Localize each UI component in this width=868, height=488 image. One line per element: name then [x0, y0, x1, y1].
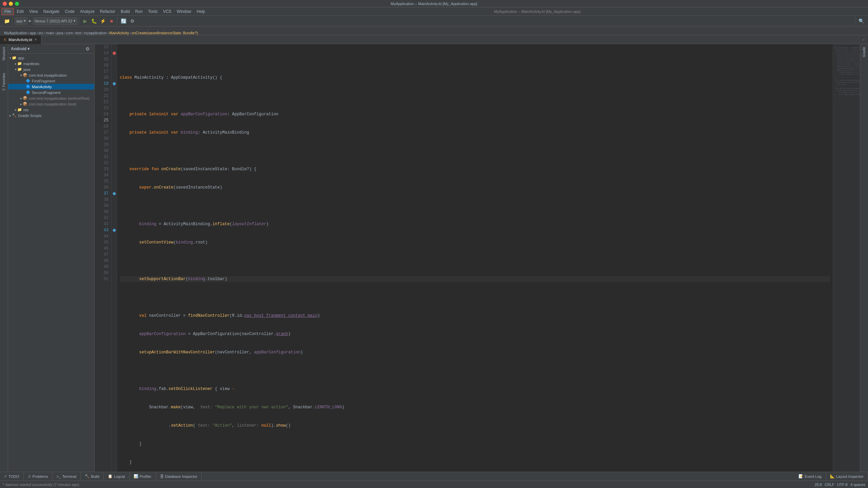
- toolbar-device-dropdown[interactable]: Nexus 7 (2012) API 22 ▾: [33, 17, 77, 25]
- search-btn[interactable]: 🔍: [857, 17, 865, 25]
- tab-database-inspector[interactable]: 🗄 Database Inspector: [156, 472, 202, 481]
- tree-item-java[interactable]: ▾ 📁 java: [8, 66, 94, 72]
- code-minimap[interactable]: class MainActivity : AppCompatActivity()…: [833, 44, 860, 472]
- breadcrumb-oncreate[interactable]: onCreate(savedInstanceState: Bundle?): [132, 31, 198, 35]
- debug-btn[interactable]: 🐛: [90, 17, 98, 25]
- daemon-message: * daemon started successfully (7 minutes…: [3, 483, 79, 487]
- menu-refactor[interactable]: Refactor: [97, 8, 118, 15]
- menu-code[interactable]: Code: [62, 8, 77, 15]
- menu-view[interactable]: View: [26, 8, 41, 15]
- indent-settings[interactable]: 4 spaces: [850, 483, 865, 487]
- tree-item-package-test[interactable]: ▸ 📦 com.test.myapplication (test): [8, 101, 94, 107]
- bookmark-19[interactable]: [112, 82, 116, 85]
- stop-btn[interactable]: ■: [107, 17, 116, 25]
- bookmark-37[interactable]: [112, 192, 116, 195]
- profiler-icon: 📊: [134, 474, 138, 479]
- breadcrumb-java[interactable]: java: [57, 31, 63, 35]
- menu-build[interactable]: Build: [118, 8, 133, 15]
- breakpoint-14[interactable]: [113, 52, 116, 55]
- menu-vcs[interactable]: VCS: [160, 8, 174, 15]
- tree-item-mainactivity[interactable]: 🔷 MainActivity: [8, 84, 94, 90]
- db-icon: 🗄: [160, 474, 164, 479]
- menu-file[interactable]: File: [1, 8, 14, 15]
- right-sidebar-icons: Gradle: [860, 44, 868, 472]
- breadcrumb-src[interactable]: src: [39, 31, 44, 35]
- breadcrumb-myapp[interactable]: MyApplication: [4, 31, 27, 35]
- breadcrumb-myapplication[interactable]: myapplication: [84, 31, 106, 35]
- nav-breadcrumb-bar: MyApplication › app › src › main › java …: [0, 26, 868, 35]
- tab-close-icon[interactable]: ✕: [34, 38, 37, 41]
- sidebar-structure-label[interactable]: Structure: [1, 45, 6, 62]
- checkmark-icon: ✓: [862, 37, 868, 42]
- project-panel: Android ▾ ⚙ ▾ 📁 app ▸ 📁 manifests ▾ �: [8, 44, 95, 472]
- build-icon: 🔨: [85, 474, 90, 479]
- problems-icon: ⚠: [28, 474, 31, 479]
- tree-item-package-androidtest[interactable]: ▸ 📦 com.test.myapplication (androidTest): [8, 95, 94, 101]
- breadcrumb: MyApplication › app › src › main › java …: [1, 31, 201, 35]
- bookmark-43[interactable]: [112, 228, 116, 232]
- sdk-btn[interactable]: ⚙: [128, 17, 136, 25]
- menu-bar: File Edit View Navigate Code Analyze Ref…: [0, 7, 868, 16]
- tab-event-log[interactable]: 📝 Event Log: [794, 472, 826, 481]
- breadcrumb-main[interactable]: main: [46, 31, 54, 35]
- menu-edit[interactable]: Edit: [14, 8, 26, 15]
- minimize-btn[interactable]: [9, 2, 13, 6]
- project-panel-header: Android ▾ ⚙: [8, 44, 94, 54]
- line-numbers: 13 14 15 16 17 18 19 20 21 22 23 24 25 2…: [95, 44, 112, 472]
- android-dropdown[interactable]: Android ▾: [11, 46, 29, 51]
- gutter-markers: [112, 44, 117, 472]
- bottom-panel-tabs: ✓ TODO ⚠ Problems >_ Terminal 🔨 Build 📋 …: [0, 472, 868, 481]
- cursor-position[interactable]: 25:8: [815, 483, 822, 487]
- close-btn[interactable]: [3, 2, 7, 6]
- code-editor: 13 14 15 16 17 18 19 20 21 22 23 24 25 2…: [95, 44, 860, 472]
- tree-item-manifests[interactable]: ▸ 📁 manifests: [8, 61, 94, 66]
- menu-window[interactable]: Window: [174, 8, 194, 15]
- tab-profiler[interactable]: 📊 Profiler: [130, 472, 156, 481]
- sync-btn[interactable]: 🔄: [119, 17, 127, 25]
- breadcrumb-mainactivity[interactable]: MainActivity: [109, 31, 129, 35]
- toolbar: 📁 app ▾ ▶ Nexus 7 (2012) API 22 ▾ ▶ 🐛 ⚡ …: [0, 16, 868, 26]
- main-content: Structure 2: Favorites Android ▾ ⚙ ▾ 📁 a…: [0, 44, 868, 472]
- todo-icon: ✓: [4, 474, 7, 479]
- run-btn[interactable]: ▶: [81, 17, 89, 25]
- menu-tools[interactable]: Tools: [145, 8, 160, 15]
- tree-item-secondfragment[interactable]: 🔷 SecondFragment: [8, 90, 94, 95]
- tree-item-res[interactable]: ▸ 📁 res: [8, 107, 94, 113]
- menu-analyze[interactable]: Analyze: [77, 8, 97, 15]
- status-bar: * daemon started successfully (7 minutes…: [0, 481, 868, 488]
- center-title: MyApplication – MainActivity.kt [My_Appl…: [494, 9, 580, 14]
- layout-inspector-icon: 📐: [830, 474, 835, 479]
- breadcrumb-test[interactable]: test: [75, 31, 81, 35]
- tab-mainactivity[interactable]: K MainActivity.kt ✕: [0, 35, 41, 44]
- tab-layout-inspector[interactable]: 📐 Layout Inspector: [826, 472, 868, 481]
- tab-problems[interactable]: ⚠ Problems: [24, 472, 53, 481]
- toolbar-project-btn[interactable]: 📁: [3, 17, 11, 25]
- project-cog-icon[interactable]: ⚙: [83, 45, 92, 53]
- tab-terminal[interactable]: >_ Terminal: [53, 472, 81, 481]
- sidebar-favorites-label[interactable]: 2: Favorites: [1, 72, 6, 92]
- code-area[interactable]: class MainActivity : AppCompatActivity()…: [117, 44, 833, 472]
- tab-logcat[interactable]: 📋 Logcat: [104, 472, 130, 481]
- line-ending[interactable]: CRLF: [825, 483, 834, 487]
- breadcrumb-app[interactable]: app: [30, 31, 36, 35]
- editor-tab-bar: K MainActivity.kt ✕ ✓: [0, 35, 868, 44]
- tab-build[interactable]: 🔨 Build: [81, 472, 103, 481]
- right-sidebar-gradle-label[interactable]: Gradle: [862, 45, 867, 58]
- title-bar: MyApplication – MainActivity.kt [My_Appl…: [0, 0, 868, 7]
- menu-help[interactable]: Help: [194, 8, 208, 15]
- tree-item-app[interactable]: ▾ 📁 app: [8, 55, 94, 61]
- charset[interactable]: UTF-8: [837, 483, 848, 487]
- menu-navigate[interactable]: Navigate: [41, 8, 62, 15]
- menu-run[interactable]: Run: [133, 8, 145, 15]
- logcat-icon: 📋: [108, 474, 113, 479]
- project-tree: ▾ 📁 app ▸ 📁 manifests ▾ 📁 java ▾: [8, 54, 94, 472]
- tree-item-firstfragment[interactable]: 🔷 FirstFragment: [8, 78, 94, 84]
- tab-todo[interactable]: ✓ TODO: [0, 472, 24, 481]
- maximize-btn[interactable]: [15, 2, 19, 6]
- tree-item-gradle[interactable]: ▸ 🔨 Gradle Scripts: [8, 113, 94, 118]
- profile-btn[interactable]: ⚡: [99, 17, 107, 25]
- left-sidebar-icons: Structure 2: Favorites: [0, 44, 8, 472]
- tree-item-package-main[interactable]: ▾ 📦 com.test.myapplication: [8, 72, 94, 78]
- breadcrumb-com[interactable]: com: [66, 31, 73, 35]
- toolbar-app-dropdown[interactable]: app ▾: [15, 17, 27, 25]
